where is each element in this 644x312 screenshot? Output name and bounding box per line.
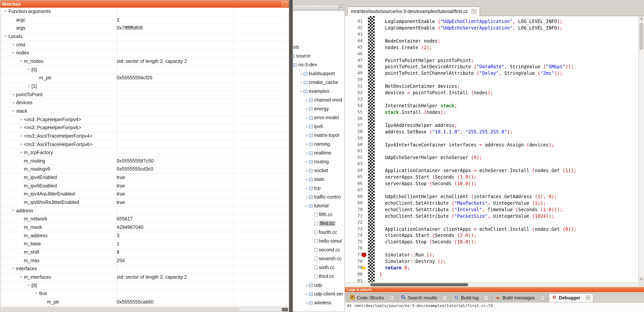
watch-row[interactable]: m_routing0x555555587c50 bbox=[0, 157, 289, 165]
code-line[interactable]: 72 bbox=[345, 219, 638, 226]
logs-tab-search-results[interactable]: Search results× bbox=[398, 293, 450, 302]
tree-item[interactable]: ›traffic-contro bbox=[304, 193, 341, 201]
line-number[interactable]: 74 bbox=[345, 232, 362, 239]
code-line[interactable]: 74 clientApps.Start (Seconds (2.0)); bbox=[345, 232, 638, 239]
line-number[interactable]: 48 bbox=[345, 64, 362, 70]
expander-icon[interactable]: › bbox=[304, 184, 309, 192]
expander-icon[interactable]: › bbox=[11, 91, 16, 97]
tree-item[interactable]: ›energy bbox=[304, 105, 329, 113]
line-number[interactable]: 71 bbox=[345, 213, 362, 219]
expander-icon[interactable]: › bbox=[299, 70, 304, 78]
code-line[interactable]: 79 return 0; bbox=[345, 265, 638, 271]
watch-row[interactable]: ›interfaces bbox=[0, 265, 289, 273]
watch-row[interactable]: argc1 bbox=[0, 16, 289, 24]
code-line[interactable]: 44 NodeContainer nodes; bbox=[345, 38, 638, 44]
line-number[interactable]: 67 bbox=[345, 187, 362, 193]
line-number[interactable]: 75 bbox=[345, 239, 362, 246]
line-number[interactable]: 47 bbox=[345, 57, 362, 64]
scrollbar-thumb[interactable] bbox=[640, 23, 643, 50]
expander-icon[interactable]: › bbox=[304, 290, 309, 298]
line-number[interactable]: 52 bbox=[345, 90, 362, 96]
watch-row[interactable]: ›Locals bbox=[0, 33, 289, 41]
line-number[interactable]: 62 bbox=[345, 155, 362, 161]
expander-icon[interactable]: › bbox=[18, 59, 24, 63]
line-number[interactable]: 60 bbox=[345, 142, 362, 148]
expander-icon[interactable]: › bbox=[26, 67, 32, 71]
code-line[interactable]: 58 address.SetBase ("10.1.1.0", "255.255… bbox=[345, 129, 638, 135]
line-number[interactable]: 61 bbox=[345, 148, 362, 155]
code-line[interactable]: 62 UdpEchoServerHelper echoServer (9); bbox=[345, 155, 638, 161]
code-line[interactable]: 46 bbox=[345, 51, 638, 57]
line-number[interactable]: 77 bbox=[345, 252, 362, 258]
watch-row[interactable]: ›Function arguments bbox=[0, 8, 289, 16]
tree-item[interactable]: ›realtime bbox=[304, 149, 331, 157]
line-number[interactable]: 49 bbox=[345, 70, 362, 77]
line-number[interactable]: 70 bbox=[345, 206, 362, 213]
expander-icon[interactable]: › bbox=[3, 9, 8, 13]
code-line[interactable]: 42 LogComponentEnable ("UdpEchoServerApp… bbox=[345, 25, 638, 31]
watch-row[interactable]: ›stack bbox=[0, 107, 289, 116]
code-line[interactable]: 55 stack.Install (nodes); bbox=[345, 109, 638, 116]
watch-row[interactable]: m_mask4294967040 bbox=[0, 223, 289, 232]
breakpoint-icon[interactable] bbox=[362, 253, 366, 257]
line-number[interactable]: 59 bbox=[345, 135, 362, 142]
code-line[interactable]: 52 devices = pointToPoint.Install (nodes… bbox=[345, 90, 638, 96]
tree-item[interactable]: seventh.cc bbox=[314, 255, 342, 263]
tree-item[interactable]: ›ipv6 bbox=[304, 123, 323, 131]
watches-titlebar[interactable]: Watches × bbox=[0, 0, 289, 8]
tree-item[interactable]: sixth.cc bbox=[314, 264, 335, 272]
line-number[interactable]: 55 bbox=[345, 109, 362, 116]
expander-icon[interactable]: › bbox=[304, 132, 309, 140]
line-number[interactable]: 46 bbox=[345, 51, 362, 57]
code-line[interactable]: 76 bbox=[345, 246, 638, 252]
code-line[interactable]: 65 serverApps.Start (Seconds (1.0)); bbox=[345, 174, 638, 180]
watch-row[interactable]: ›<ns3::PcapHelperForIpv4> bbox=[0, 116, 289, 124]
close-icon[interactable]: × bbox=[442, 296, 447, 300]
tree-item[interactable]: second.cc bbox=[314, 246, 340, 254]
close-icon[interactable]: × bbox=[586, 296, 590, 300]
line-number[interactable]: 66 bbox=[345, 180, 362, 187]
watch-row[interactable]: ›<ns3::AsciiTraceHelperForIpv4> bbox=[0, 132, 289, 141]
code-line[interactable]: 43 bbox=[345, 31, 638, 38]
expander-icon[interactable]: › bbox=[3, 34, 8, 38]
expander-icon[interactable]: › bbox=[304, 158, 309, 166]
line-number[interactable]: 51 bbox=[345, 83, 362, 90]
code-line[interactable]: 77 Simulator::Run (); bbox=[345, 252, 638, 258]
expander-icon[interactable]: › bbox=[304, 123, 309, 131]
expander-icon[interactable]: › bbox=[304, 299, 309, 307]
watch-row[interactable]: ›[0] bbox=[0, 66, 289, 74]
watch-row[interactable]: m_ipv4Enabledtrue bbox=[0, 174, 289, 182]
line-number[interactable]: 56 bbox=[345, 116, 362, 122]
tree-item[interactable]: ›udp bbox=[304, 281, 322, 289]
tree-item[interactable]: ›cmake_cache bbox=[299, 79, 338, 87]
watch-row[interactable]: argv0x7fffffffdf08 bbox=[0, 24, 289, 33]
scroll-up-icon[interactable]: ▲ bbox=[638, 16, 644, 21]
code-editor[interactable]: 41 LogComponentEnable ("UdpEchoClientApp… bbox=[345, 16, 638, 282]
line-number[interactable]: 68 bbox=[345, 193, 362, 200]
code-line[interactable]: 56 bbox=[345, 116, 638, 122]
tree-item[interactable]: fifth.cc bbox=[314, 211, 332, 219]
watch-row[interactable]: m_ptr0x55555556cf20 bbox=[0, 74, 289, 82]
line-number[interactable]: 54 bbox=[345, 103, 362, 109]
expander-icon[interactable]: › bbox=[19, 133, 24, 138]
watch-row[interactable]: m_max254 bbox=[0, 257, 289, 265]
line-number[interactable]: 65 bbox=[345, 174, 362, 180]
tree-item[interactable]: third.cc bbox=[314, 273, 334, 281]
watch-row[interactable]: m_ipv6Enabledtrue bbox=[0, 182, 289, 190]
scrollbar-thumb[interactable] bbox=[370, 283, 468, 286]
code-line[interactable]: 80} bbox=[345, 271, 638, 278]
line-number[interactable]: 45 bbox=[345, 44, 362, 51]
expander-icon[interactable]: › bbox=[11, 100, 16, 105]
expander-icon[interactable]: › bbox=[297, 89, 305, 94]
watch-row[interactable]: m_routingv60x5555555cd3c0 bbox=[0, 165, 289, 174]
scroll-down-icon[interactable]: ▼ bbox=[638, 277, 644, 282]
code-line[interactable]: 68 UdpEchoClientHelper echoClient (inter… bbox=[345, 193, 638, 200]
expander-icon[interactable]: › bbox=[304, 105, 309, 113]
line-number[interactable]: 64 bbox=[345, 167, 362, 174]
code-line[interactable]: 61 bbox=[345, 148, 638, 155]
watches-horizontal-scrollbar[interactable] bbox=[0, 307, 289, 312]
watch-row[interactable]: ›pointToPoint bbox=[0, 91, 289, 99]
code-line[interactable]: 48 pointToPoint.SetDeviceAttribute ("Dat… bbox=[345, 64, 638, 70]
watch-row[interactable]: m_ipv4ArpJitterEnabledtrue bbox=[0, 190, 289, 198]
line-number[interactable]: 42 bbox=[345, 25, 362, 31]
